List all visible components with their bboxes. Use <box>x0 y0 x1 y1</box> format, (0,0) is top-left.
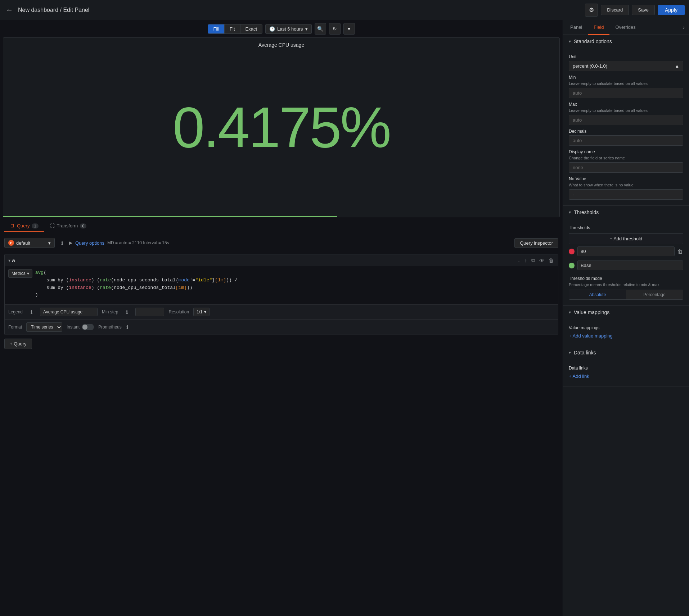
percentage-mode-button[interactable]: Percentage <box>626 290 683 299</box>
data-links-section-label: Data links <box>574 350 596 355</box>
time-range-label: Last 6 hours <box>277 26 303 32</box>
chevron-down-icon: ▾ <box>305 26 308 32</box>
query-code-editor[interactable]: avg( sum by (instance) (rate(node_cpu_se… <box>35 269 554 302</box>
unit-label: Unit <box>569 54 683 59</box>
datasource-badge-info-button[interactable]: ℹ <box>123 323 132 331</box>
refresh-button[interactable]: ↻ <box>329 23 341 35</box>
thresholds-header[interactable]: ▾ Thresholds <box>563 206 689 219</box>
min-input[interactable] <box>569 88 683 98</box>
toggle-visibility-button[interactable]: 👁 <box>539 257 545 264</box>
tab-transform[interactable]: ⛶ Transform 0 <box>44 220 93 232</box>
decimals-input[interactable] <box>569 135 683 146</box>
datasource-select[interactable]: P default ▾ <box>4 238 55 248</box>
fit-button[interactable]: Fit <box>225 24 240 33</box>
zoom-group: Fill Fit Exact <box>208 24 262 34</box>
decimals-label: Decimals <box>569 129 683 134</box>
metrics-dropdown[interactable]: Metrics ▾ <box>8 269 32 278</box>
resolution-select[interactable]: 1/1 ▾ <box>193 308 210 316</box>
standard-options-header[interactable]: ▾ Standard options <box>563 35 689 48</box>
resolution-label: Resolution <box>168 309 189 314</box>
duplicate-button[interactable]: ⧉ <box>531 257 536 264</box>
save-button[interactable]: Save <box>632 5 655 15</box>
add-value-mapping-button[interactable]: + Add value mapping <box>569 332 613 340</box>
query-tab-label: Query <box>17 223 30 228</box>
min-step-input[interactable] <box>135 308 164 316</box>
collapse-icon: ▾ <box>8 258 10 263</box>
tab-panel[interactable]: Panel <box>564 20 588 35</box>
threshold-color-red[interactable] <box>569 249 575 254</box>
threshold-color-green[interactable] <box>569 263 575 268</box>
value-mappings-content: Value mappings + Add value mapping <box>563 319 689 346</box>
code-line-1: avg( <box>35 269 554 277</box>
query-options-link[interactable]: Query options <box>75 240 104 246</box>
thresholds-section-label: Thresholds <box>574 209 599 215</box>
thresholds-sub-label: Thresholds <box>569 225 683 230</box>
fill-button[interactable]: Fill <box>208 24 225 33</box>
unit-chevron-icon: ▲ <box>675 63 679 69</box>
datasource-icon: P <box>8 240 14 246</box>
code-line-3: sum by (instance) (rate(node_cpu_seconds… <box>35 284 554 292</box>
code-line-2: sum by (instance) (rate(node_cpu_seconds… <box>35 277 554 284</box>
datasource-row: P default ▾ ℹ ▶ Query options MD = auto … <box>4 235 558 251</box>
header: ← New dashboard / Edit Panel ⚙ Discard S… <box>0 0 689 20</box>
resolution-value: 1/1 <box>197 309 203 314</box>
max-sublabel: Leave empty to calculate based on all va… <box>569 108 683 113</box>
more-options-button[interactable]: ▾ <box>343 23 355 35</box>
legend-input[interactable] <box>40 308 98 316</box>
max-label: Max <box>569 102 683 107</box>
instant-toggle[interactable] <box>82 324 94 330</box>
display-name-sublabel: Change the field or series name <box>569 156 683 160</box>
add-threshold-button[interactable]: + Add threshold <box>569 233 683 244</box>
data-links-header[interactable]: ▾ Data links <box>563 346 689 359</box>
value-mappings-header[interactable]: ▾ Value mappings <box>563 306 689 319</box>
display-name-input[interactable] <box>569 162 683 173</box>
tab-field[interactable]: Field <box>588 20 609 35</box>
delete-query-button[interactable]: 🗑 <box>548 257 554 264</box>
datasource-name: default <box>16 240 30 246</box>
format-select[interactable]: Time series <box>26 322 62 332</box>
settings-button[interactable]: ⚙ <box>585 4 598 17</box>
exact-button[interactable]: Exact <box>240 24 262 33</box>
min-label: Min <box>569 75 683 80</box>
tab-overrides[interactable]: Overrides <box>609 20 641 35</box>
min-step-info-button[interactable]: ℹ <box>122 308 131 316</box>
unit-value: percent (0.0-1.0) <box>573 63 607 69</box>
format-label: Format <box>8 325 22 330</box>
datasource-chevron-icon: ▾ <box>48 240 51 246</box>
query-meta: MD = auto = 2110 Interval = 15s <box>107 240 169 245</box>
datasource-info-button[interactable]: ℹ <box>58 239 66 247</box>
query-format-row: Format Time series Instant Prometheus ℹ <box>5 319 558 335</box>
threshold-mode-sublabel: Percentage means thresholds relative to … <box>569 282 683 287</box>
threshold-value-80[interactable] <box>577 246 675 256</box>
move-down-button[interactable]: ↓ <box>517 257 521 264</box>
panel-sparkline <box>3 216 559 217</box>
add-query-button[interactable]: + Query <box>4 339 32 349</box>
query-section: 🗒 Query 1 ⛶ Transform 0 P default ▾ ℹ <box>0 217 563 352</box>
query-inspector-button[interactable]: Query inspector <box>514 238 558 248</box>
move-up-button[interactable]: ↑ <box>524 257 528 264</box>
no-value-input[interactable] <box>569 189 683 200</box>
time-range-picker[interactable]: 🕐 Last 6 hours ▾ <box>265 24 312 34</box>
thresholds-content: Thresholds + Add threshold 🗑 Thresholds … <box>563 219 689 305</box>
threshold-value-base[interactable] <box>577 261 683 270</box>
tab-query[interactable]: 🗒 Query 1 <box>4 220 44 232</box>
absolute-mode-button[interactable]: Absolute <box>569 290 626 299</box>
display-name-label: Display name <box>569 149 683 154</box>
unit-select[interactable]: percent (0.0-1.0) ▲ <box>569 61 683 71</box>
legend-info-button[interactable]: ℹ <box>27 308 36 316</box>
back-button[interactable]: ← <box>4 4 14 15</box>
add-data-link-button[interactable]: + Add link <box>569 372 589 380</box>
max-input[interactable] <box>569 115 683 125</box>
panel-tabs-arrow[interactable]: › <box>680 22 688 33</box>
query-actions: ↓ ↑ ⧉ 👁 🗑 <box>517 257 554 264</box>
instant-toggle-wrapper: Instant <box>67 324 94 330</box>
apply-button[interactable]: Apply <box>658 5 685 15</box>
thresholds-section: ▾ Thresholds Thresholds + Add threshold … <box>563 206 689 306</box>
standard-options-content: Unit percent (0.0-1.0) ▲ Min Leave empty… <box>563 48 689 205</box>
threshold-delete-80[interactable]: 🗑 <box>677 248 683 255</box>
left-panel: Fill Fit Exact 🕐 Last 6 hours ▾ 🔍 ↻ ▾ Av… <box>0 20 563 616</box>
no-value-label: No Value <box>569 176 683 181</box>
query-options-label: Query options <box>75 240 104 246</box>
discard-button[interactable]: Discard <box>601 5 629 15</box>
zoom-out-button[interactable]: 🔍 <box>315 23 326 35</box>
